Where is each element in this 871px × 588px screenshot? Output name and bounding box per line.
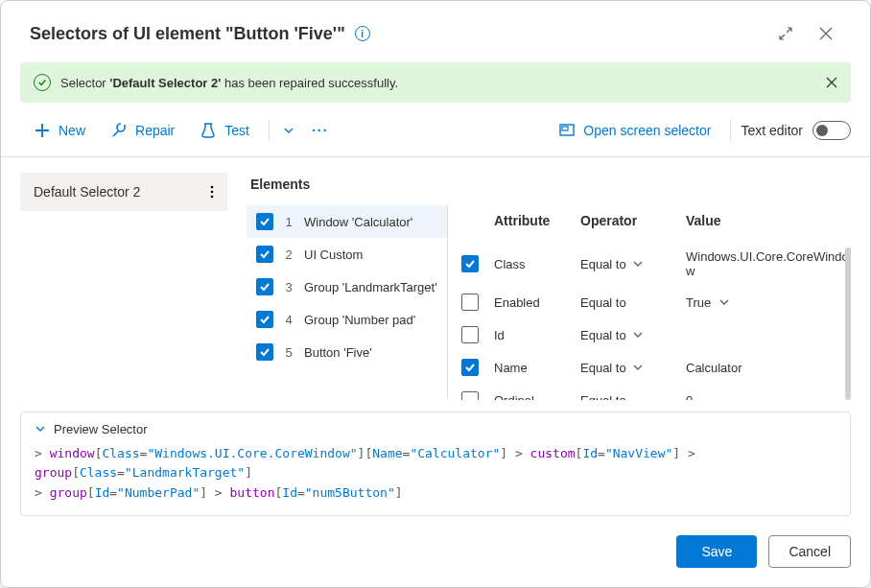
attribute-value[interactable]: 0 [686, 393, 851, 400]
more-button[interactable]: ··· [304, 117, 337, 144]
element-label: Window 'Calculator' [304, 215, 412, 229]
attribute-value[interactable]: True [686, 295, 851, 310]
attribute-operator[interactable]: Equal to [580, 295, 676, 310]
body: Default Selector 2 Elements 1Window 'Cal… [1, 157, 870, 400]
checkbox[interactable] [461, 359, 479, 376]
element-row[interactable]: 5Button 'Five' [247, 336, 447, 368]
col-attribute: Attribute [494, 213, 571, 228]
attribute-name: Id [494, 328, 571, 342]
toolbar-divider [269, 120, 270, 141]
expand-icon[interactable] [770, 18, 801, 49]
element-index: 4 [283, 313, 294, 327]
svg-point-2 [211, 186, 214, 189]
cancel-button[interactable]: Cancel [768, 535, 851, 568]
test-dropdown-icon[interactable] [279, 125, 298, 136]
selector-list-item[interactable]: Default Selector 2 [20, 173, 227, 211]
svg-point-4 [211, 196, 214, 199]
elements-header: Elements [247, 173, 851, 205]
save-button[interactable]: Save [676, 535, 757, 568]
footer: Save Cancel [1, 516, 870, 587]
attributes-panel: Attribute Operator Value ClassEqual toWi… [448, 205, 851, 400]
attribute-operator[interactable]: Equal to [580, 257, 676, 271]
checkbox[interactable] [461, 294, 479, 311]
chevron-down-icon[interactable] [632, 258, 644, 270]
svg-rect-1 [562, 127, 568, 130]
attribute-row: OrdinalEqual to0 [461, 384, 851, 400]
dialog-root: Selectors of UI element "Button 'Five'" … [0, 0, 871, 588]
new-button[interactable]: New [24, 116, 95, 145]
repair-button[interactable]: Repair [101, 116, 184, 145]
selector-item-more-icon[interactable] [210, 185, 214, 199]
attribute-row: NameEqual toCalculator [461, 351, 851, 384]
chevron-down-icon[interactable] [632, 329, 644, 341]
element-label: Group 'LandmarkTarget' [304, 280, 437, 294]
attribute-name: Ordinal [494, 393, 571, 400]
preview-selector-panel: Preview Selector > window[Class="Windows… [20, 412, 851, 516]
chevron-down-icon[interactable] [718, 296, 730, 308]
attribute-operator[interactable]: Equal to [580, 328, 676, 342]
main-panel: Elements 1Window 'Calculator'2UI Custom3… [247, 173, 851, 400]
attribute-value[interactable]: Calculator [686, 361, 851, 375]
selectors-sidebar: Default Selector 2 [20, 173, 227, 400]
attribute-name: Class [494, 257, 571, 271]
check-circle-icon [34, 74, 51, 91]
col-value: Value [686, 213, 851, 228]
attribute-row: EnabledEqual toTrue [461, 286, 851, 318]
chevron-down-icon[interactable] [632, 362, 644, 373]
preview-body: > window[Class="Windows.UI.Core.CoreWind… [35, 444, 836, 504]
toolbar: New Repair Test ··· Open screen selector… [1, 112, 870, 157]
attribute-row: ClassEqual toWindows.UI.Core.CoreWindow [461, 242, 851, 286]
test-button[interactable]: Test [190, 116, 259, 145]
attributes-header-row: Attribute Operator Value [461, 205, 851, 242]
checkbox[interactable] [461, 255, 479, 272]
col-operator: Operator [580, 213, 676, 228]
element-row[interactable]: 2UI Custom [247, 238, 447, 270]
scrollbar[interactable] [845, 247, 851, 400]
close-icon[interactable] [811, 18, 841, 49]
attribute-row: IdEqual to [461, 318, 851, 351]
element-label: Button 'Five' [304, 345, 372, 360]
attribute-value[interactable]: Windows.UI.Core.CoreWindow [686, 249, 851, 278]
text-editor-toggle-wrap: Text editor [741, 121, 851, 140]
open-screen-selector-button[interactable]: Open screen selector [549, 116, 720, 145]
info-icon[interactable]: i [355, 26, 370, 41]
elements-list: 1Window 'Calculator'2UI Custom3Group 'La… [247, 205, 448, 400]
banner-close-icon[interactable] [826, 77, 837, 88]
element-row[interactable]: 4Group 'Number pad' [247, 303, 447, 336]
svg-point-3 [211, 191, 214, 194]
element-row[interactable]: 3Group 'LandmarkTarget' [247, 270, 447, 303]
element-index: 1 [283, 215, 294, 229]
element-index: 5 [283, 345, 294, 360]
attribute-name: Enabled [494, 295, 571, 310]
checkbox[interactable] [256, 278, 273, 295]
text-editor-toggle[interactable] [812, 121, 851, 140]
selector-name: Default Selector 2 [34, 184, 140, 200]
attribute-operator[interactable]: Equal to [580, 361, 676, 375]
checkbox[interactable] [256, 311, 273, 328]
element-index: 3 [283, 280, 294, 294]
text-editor-label: Text editor [741, 123, 803, 138]
checkbox[interactable] [461, 326, 479, 343]
checkbox[interactable] [256, 213, 273, 230]
element-row[interactable]: 1Window 'Calculator' [247, 205, 447, 238]
preview-label: Preview Selector [54, 422, 148, 436]
checkbox[interactable] [256, 343, 273, 361]
titlebar: Selectors of UI element "Button 'Five'" … [1, 1, 870, 62]
attribute-operator[interactable]: Equal to [580, 393, 676, 400]
checkbox[interactable] [461, 391, 479, 400]
element-label: UI Custom [304, 247, 363, 262]
element-index: 2 [283, 247, 294, 262]
element-label: Group 'Number pad' [304, 313, 415, 327]
banner-message: Selector 'Default Selector 2' has been r… [60, 76, 816, 90]
preview-toggle[interactable]: Preview Selector [35, 422, 836, 436]
attribute-name: Name [494, 361, 571, 375]
toolbar-divider-2 [730, 120, 731, 141]
dialog-title: Selectors of UI element "Button 'Five'" [30, 24, 345, 44]
checkbox[interactable] [256, 246, 273, 263]
success-banner: Selector 'Default Selector 2' has been r… [20, 62, 851, 103]
